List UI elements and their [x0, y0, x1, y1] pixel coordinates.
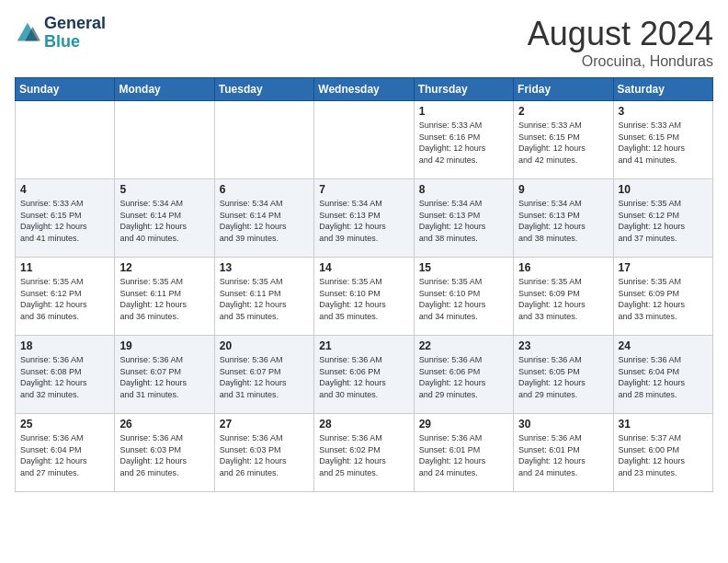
- calendar-cell: 26Sunrise: 5:36 AM Sunset: 6:03 PM Dayli…: [115, 414, 214, 492]
- day-number: 6: [220, 183, 310, 196]
- calendar-table: SundayMondayTuesdayWednesdayThursdayFrid…: [15, 77, 713, 492]
- day-number: 2: [518, 105, 609, 118]
- calendar-cell: 12Sunrise: 5:35 AM Sunset: 6:11 PM Dayli…: [115, 258, 214, 336]
- day-number: 26: [119, 418, 210, 431]
- calendar-cell: 5Sunrise: 5:34 AM Sunset: 6:14 PM Daylig…: [115, 179, 214, 258]
- calendar-cell: 23Sunrise: 5:36 AM Sunset: 6:05 PM Dayli…: [514, 336, 613, 414]
- day-number: 20: [220, 339, 310, 352]
- week-row-2: 4Sunrise: 5:33 AM Sunset: 6:15 PM Daylig…: [16, 179, 713, 258]
- day-number: 18: [20, 339, 110, 352]
- calendar-cell: 29Sunrise: 5:36 AM Sunset: 6:01 PM Dayli…: [414, 414, 513, 492]
- calendar-cell: 24Sunrise: 5:36 AM Sunset: 6:04 PM Dayli…: [613, 336, 712, 414]
- day-number: 22: [419, 339, 509, 352]
- calendar-cell: 25Sunrise: 5:36 AM Sunset: 6:04 PM Dayli…: [16, 414, 115, 492]
- day-number: 17: [619, 261, 709, 274]
- day-number: 23: [518, 339, 609, 352]
- calendar-cell: 21Sunrise: 5:36 AM Sunset: 6:06 PM Dayli…: [314, 336, 414, 414]
- logo-line1: General: [44, 15, 106, 33]
- cell-info: Sunrise: 5:36 AM Sunset: 6:01 PM Dayligh…: [419, 432, 509, 478]
- day-number: 15: [419, 261, 509, 274]
- calendar-cell: 9Sunrise: 5:34 AM Sunset: 6:13 PM Daylig…: [514, 179, 613, 258]
- calendar-cell: 18Sunrise: 5:36 AM Sunset: 6:08 PM Dayli…: [16, 336, 115, 414]
- calendar-cell: 15Sunrise: 5:35 AM Sunset: 6:10 PM Dayli…: [414, 258, 513, 336]
- day-number: 3: [619, 105, 709, 118]
- calendar-cell: 28Sunrise: 5:36 AM Sunset: 6:02 PM Dayli…: [314, 414, 414, 492]
- day-number: 16: [518, 261, 609, 274]
- cell-info: Sunrise: 5:34 AM Sunset: 6:13 PM Dayligh…: [419, 198, 509, 244]
- calendar-cell: 30Sunrise: 5:36 AM Sunset: 6:01 PM Dayli…: [514, 414, 613, 492]
- cell-info: Sunrise: 5:36 AM Sunset: 6:02 PM Dayligh…: [319, 432, 409, 478]
- calendar-cell: 19Sunrise: 5:36 AM Sunset: 6:07 PM Dayli…: [115, 336, 214, 414]
- calendar-cell: 3Sunrise: 5:33 AM Sunset: 6:15 PM Daylig…: [613, 101, 712, 179]
- calendar-cell: [16, 101, 115, 179]
- page-header: General Blue August 2024 Orocuina, Hondu…: [15, 15, 713, 70]
- calendar-cell: [314, 101, 414, 179]
- cell-info: Sunrise: 5:33 AM Sunset: 6:15 PM Dayligh…: [518, 120, 609, 166]
- cell-info: Sunrise: 5:35 AM Sunset: 6:09 PM Dayligh…: [518, 276, 609, 322]
- location: Orocuina, Honduras: [528, 53, 713, 70]
- week-row-3: 11Sunrise: 5:35 AM Sunset: 6:12 PM Dayli…: [16, 258, 713, 336]
- cell-info: Sunrise: 5:33 AM Sunset: 6:15 PM Dayligh…: [619, 120, 709, 166]
- day-header-friday: Friday: [514, 78, 613, 101]
- calendar-cell: [115, 101, 214, 179]
- cell-info: Sunrise: 5:36 AM Sunset: 6:03 PM Dayligh…: [220, 432, 310, 478]
- day-header-tuesday: Tuesday: [214, 78, 313, 101]
- cell-info: Sunrise: 5:36 AM Sunset: 6:06 PM Dayligh…: [419, 354, 509, 400]
- cell-info: Sunrise: 5:36 AM Sunset: 6:06 PM Dayligh…: [319, 354, 409, 400]
- cell-info: Sunrise: 5:35 AM Sunset: 6:11 PM Dayligh…: [119, 276, 210, 322]
- cell-info: Sunrise: 5:36 AM Sunset: 6:08 PM Dayligh…: [20, 354, 110, 400]
- header-row: SundayMondayTuesdayWednesdayThursdayFrid…: [16, 78, 713, 101]
- cell-info: Sunrise: 5:35 AM Sunset: 6:09 PM Dayligh…: [619, 276, 709, 322]
- day-number: 30: [518, 418, 609, 431]
- calendar-cell: 27Sunrise: 5:36 AM Sunset: 6:03 PM Dayli…: [214, 414, 313, 492]
- calendar-cell: 10Sunrise: 5:35 AM Sunset: 6:12 PM Dayli…: [613, 179, 712, 258]
- day-number: 19: [119, 339, 210, 352]
- calendar-cell: 22Sunrise: 5:36 AM Sunset: 6:06 PM Dayli…: [414, 336, 513, 414]
- logo-line2: Blue: [44, 33, 106, 52]
- cell-info: Sunrise: 5:35 AM Sunset: 6:12 PM Dayligh…: [619, 198, 709, 244]
- cell-info: Sunrise: 5:36 AM Sunset: 6:03 PM Dayligh…: [119, 432, 210, 478]
- cell-info: Sunrise: 5:36 AM Sunset: 6:04 PM Dayligh…: [20, 432, 110, 478]
- calendar-cell: [214, 101, 313, 179]
- day-number: 4: [20, 183, 110, 196]
- calendar-cell: 4Sunrise: 5:33 AM Sunset: 6:15 PM Daylig…: [16, 179, 115, 258]
- day-number: 1: [419, 105, 509, 118]
- day-number: 28: [319, 418, 409, 431]
- cell-info: Sunrise: 5:33 AM Sunset: 6:16 PM Dayligh…: [419, 120, 509, 166]
- calendar-cell: 13Sunrise: 5:35 AM Sunset: 6:11 PM Dayli…: [214, 258, 313, 336]
- cell-info: Sunrise: 5:36 AM Sunset: 6:05 PM Dayligh…: [518, 354, 609, 400]
- day-header-monday: Monday: [115, 78, 214, 101]
- calendar-cell: 11Sunrise: 5:35 AM Sunset: 6:12 PM Dayli…: [16, 258, 115, 336]
- day-number: 24: [619, 339, 709, 352]
- cell-info: Sunrise: 5:34 AM Sunset: 6:13 PM Dayligh…: [319, 198, 409, 244]
- calendar-cell: 8Sunrise: 5:34 AM Sunset: 6:13 PM Daylig…: [414, 179, 513, 258]
- cell-info: Sunrise: 5:36 AM Sunset: 6:07 PM Dayligh…: [119, 354, 210, 400]
- day-number: 5: [119, 183, 210, 196]
- day-number: 10: [619, 183, 709, 196]
- calendar-cell: 14Sunrise: 5:35 AM Sunset: 6:10 PM Dayli…: [314, 258, 414, 336]
- calendar-cell: 17Sunrise: 5:35 AM Sunset: 6:09 PM Dayli…: [613, 258, 712, 336]
- week-row-5: 25Sunrise: 5:36 AM Sunset: 6:04 PM Dayli…: [16, 414, 713, 492]
- calendar-header: SundayMondayTuesdayWednesdayThursdayFrid…: [16, 78, 713, 101]
- calendar-cell: 1Sunrise: 5:33 AM Sunset: 6:16 PM Daylig…: [414, 101, 513, 179]
- day-number: 8: [419, 183, 509, 196]
- day-number: 31: [619, 418, 709, 431]
- day-number: 9: [518, 183, 609, 196]
- calendar-cell: 31Sunrise: 5:37 AM Sunset: 6:00 PM Dayli…: [613, 414, 712, 492]
- calendar-cell: 20Sunrise: 5:36 AM Sunset: 6:07 PM Dayli…: [214, 336, 313, 414]
- day-number: 11: [20, 261, 110, 274]
- day-number: 21: [319, 339, 409, 352]
- cell-info: Sunrise: 5:36 AM Sunset: 6:01 PM Dayligh…: [518, 432, 609, 478]
- day-number: 29: [419, 418, 509, 431]
- day-number: 25: [20, 418, 110, 431]
- day-header-wednesday: Wednesday: [314, 78, 414, 101]
- day-number: 12: [119, 261, 210, 274]
- calendar-cell: 7Sunrise: 5:34 AM Sunset: 6:13 PM Daylig…: [314, 179, 414, 258]
- calendar-body: 1Sunrise: 5:33 AM Sunset: 6:16 PM Daylig…: [16, 101, 713, 492]
- day-header-sunday: Sunday: [16, 78, 115, 101]
- calendar-cell: 6Sunrise: 5:34 AM Sunset: 6:14 PM Daylig…: [214, 179, 313, 258]
- cell-info: Sunrise: 5:37 AM Sunset: 6:00 PM Dayligh…: [619, 432, 709, 478]
- cell-info: Sunrise: 5:34 AM Sunset: 6:14 PM Dayligh…: [220, 198, 310, 244]
- cell-info: Sunrise: 5:35 AM Sunset: 6:11 PM Dayligh…: [220, 276, 310, 322]
- day-number: 13: [220, 261, 310, 274]
